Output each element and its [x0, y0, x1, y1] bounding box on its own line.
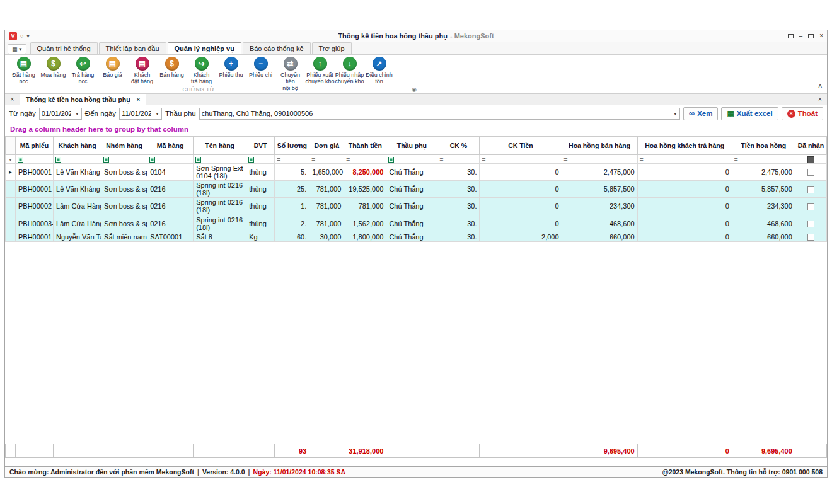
filter-cell[interactable]: =	[637, 155, 732, 164]
equals-filter-icon[interactable]: =	[311, 156, 315, 163]
received-checkbox[interactable]	[807, 220, 814, 227]
filter-cell[interactable]	[147, 155, 194, 164]
tabbar-close-icon[interactable]: ×	[813, 94, 827, 105]
column-header[interactable]: Khách hàng	[54, 137, 101, 155]
column-header[interactable]: Tên hàng	[194, 137, 246, 155]
equals-filter-icon[interactable]: =	[564, 156, 568, 163]
filter-condition-icon[interactable]	[18, 157, 23, 163]
column-header[interactable]: CK Tiền	[480, 137, 562, 155]
menu-tab[interactable]: Báo cáo thống kê	[243, 42, 311, 54]
filter-cell[interactable]	[101, 155, 147, 164]
equals-filter-icon[interactable]: =	[640, 156, 644, 163]
document-tab[interactable]: Thống kê tiền hoa hồng thầu phụ ×	[20, 94, 146, 105]
equals-filter-icon[interactable]: =	[482, 156, 485, 163]
column-header[interactable]: Đã nhận	[795, 137, 826, 155]
chevron-down-icon[interactable]: ▾	[73, 111, 81, 117]
equals-filter-icon[interactable]: =	[277, 156, 280, 163]
equals-filter-icon[interactable]: =	[439, 156, 443, 163]
table-row[interactable]: PBH00003-...Lâm Cửa HàngSơn boss & sp...…	[6, 215, 827, 232]
filter-cell[interactable]: =	[275, 155, 309, 164]
menu-tab[interactable]: Quản lý nghiệp vụ	[168, 42, 241, 54]
column-header[interactable]: CK %	[437, 137, 480, 155]
filter-condition-icon[interactable]	[195, 157, 201, 163]
from-date-input[interactable]	[40, 110, 73, 117]
view-button[interactable]: ∞ Xem	[683, 107, 719, 120]
chevron-down-icon[interactable]: ▾	[153, 111, 161, 117]
column-header[interactable]: Mã hàng	[147, 137, 194, 155]
column-header[interactable]: Mã phiếu	[16, 137, 54, 155]
chevron-down-icon[interactable]: ▾	[671, 111, 679, 117]
checkbox-cell[interactable]	[795, 232, 826, 242]
column-header[interactable]: ĐVT	[246, 137, 275, 155]
table-row[interactable]: PBH00001-...Nguyễn Văn TamSắt miền namSA…	[6, 232, 827, 242]
titlebar-left: V ○ ▾	[9, 32, 29, 40]
filter-cell[interactable]	[54, 155, 101, 164]
filter-condition-icon[interactable]	[103, 157, 109, 163]
checkbox-cell[interactable]	[795, 198, 826, 215]
column-header[interactable]: Thầu phụ	[386, 137, 437, 155]
filter-cell[interactable]: =	[344, 155, 386, 164]
column-header[interactable]: Tiền hoa hồng	[732, 137, 795, 155]
filter-checkbox[interactable]	[807, 156, 814, 163]
quick-access-icon[interactable]: ○	[20, 33, 23, 39]
filter-pin-icon: ▼	[8, 158, 13, 162]
titlebar-dropdown-icon[interactable]: ▾	[26, 33, 29, 39]
fullscreen-icon[interactable]	[788, 34, 794, 38]
group-dialog-launcher-icon[interactable]: ◉	[412, 86, 417, 93]
column-header[interactable]: Nhóm hàng	[101, 137, 147, 155]
filter-condition-icon[interactable]	[55, 157, 61, 163]
filter-cell[interactable]: =	[562, 155, 637, 164]
checkbox-cell[interactable]	[795, 181, 826, 198]
table-row[interactable]: PBH00002-...Lâm Cửa HàngSơn boss & sp...…	[6, 198, 827, 215]
cell: Chú Thắng	[386, 215, 437, 232]
header-row: Mã phiếuKhách hàngNhóm hàngMã hàngTên hà…	[6, 137, 827, 155]
export-excel-button[interactable]: ▦ Xuất excel	[721, 107, 778, 120]
column-header[interactable]: Hoa hồng khách trả hàng	[637, 137, 732, 155]
table-row[interactable]: PBH00001-...Lê Văn KhángSơn boss & sp...…	[6, 181, 827, 198]
filter-cell[interactable]	[795, 155, 826, 164]
ribbon-collapse-icon[interactable]: ^	[818, 84, 822, 91]
ribbon-item-label: Trả hàngncc	[72, 72, 95, 85]
close-all-tabs-icon[interactable]: ×	[5, 94, 20, 105]
ribbon-item-label-line: Khách	[131, 72, 153, 78]
tab-close-icon[interactable]: ×	[137, 96, 140, 103]
filter-cell[interactable]: =	[480, 155, 562, 164]
filter-cell[interactable]: =	[732, 155, 795, 164]
restore-icon[interactable]	[808, 34, 814, 38]
cell: Chú Thắng	[386, 232, 437, 242]
filter-cell[interactable]	[246, 155, 275, 164]
subcontractor-input[interactable]	[200, 110, 671, 117]
filter-cell[interactable]	[194, 155, 246, 164]
equals-filter-icon[interactable]: =	[734, 156, 738, 163]
table-row[interactable]: ▸PBH00001-...Lê Văn KhángSơn boss & sp..…	[6, 164, 827, 181]
column-header[interactable]: Đơn giá	[309, 137, 344, 155]
menu-tab[interactable]: Trợ giúp	[312, 42, 352, 54]
filter-cell[interactable]	[386, 155, 437, 164]
filter-condition-icon[interactable]	[149, 157, 155, 163]
exit-button[interactable]: × Thoát	[782, 107, 823, 120]
received-checkbox[interactable]	[807, 234, 814, 241]
filter-cell[interactable]: =	[309, 155, 344, 164]
filter-condition-icon[interactable]	[388, 157, 394, 163]
close-icon[interactable]: ×	[819, 33, 823, 39]
filter-cell[interactable]	[16, 155, 54, 164]
layout-menu-icon[interactable]: ▦ ▾	[8, 44, 26, 54]
menu-tab[interactable]: Thiết lập ban đầu	[99, 42, 166, 54]
equals-filter-icon[interactable]: =	[346, 156, 350, 163]
filter-condition-icon[interactable]	[248, 157, 254, 163]
column-header[interactable]: Hoa hồng bán hàng	[562, 137, 637, 155]
menu-tab[interactable]: Quản trị hệ thống	[30, 42, 98, 54]
filter-cell[interactable]: =	[437, 155, 480, 164]
received-checkbox[interactable]	[807, 186, 814, 193]
minimize-icon[interactable]: –	[799, 33, 803, 39]
received-checkbox[interactable]	[807, 169, 814, 176]
cell: 0	[637, 164, 732, 181]
checkbox-cell[interactable]	[795, 164, 826, 181]
to-date-input[interactable]	[120, 110, 153, 117]
cell: 0	[637, 232, 732, 242]
received-checkbox[interactable]	[807, 203, 814, 210]
cell: 2,475,000	[732, 164, 795, 181]
checkbox-cell[interactable]	[795, 215, 826, 232]
column-header[interactable]: Số lượng	[275, 137, 309, 155]
column-header[interactable]: Thành tiền	[344, 137, 386, 155]
